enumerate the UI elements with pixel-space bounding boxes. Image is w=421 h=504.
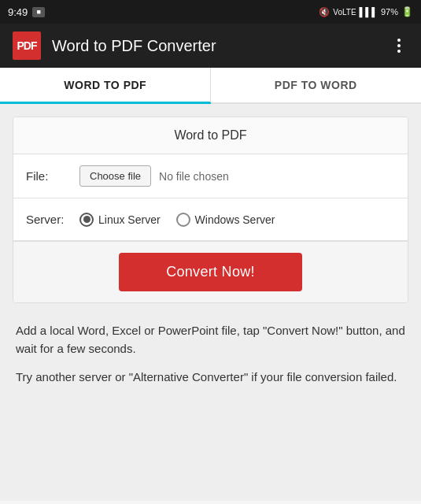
file-label: File: xyxy=(26,169,79,183)
notification-icon: ■ xyxy=(32,7,45,17)
choose-file-button[interactable]: Choose file xyxy=(79,165,151,187)
linux-server-option[interactable]: Linux Server xyxy=(79,213,161,227)
server-label: Server: xyxy=(26,213,79,226)
description-section: Add a local Word, Excel or PowerPoint fi… xyxy=(13,319,408,390)
tab-bar: WORD TO PDF PDF TO WORD xyxy=(0,68,421,104)
app-logo: PDF xyxy=(13,32,41,60)
tab-pdf-to-word[interactable]: PDF TO WORD xyxy=(211,68,422,102)
windows-server-option[interactable]: Windows Server xyxy=(176,213,275,227)
mute-icon: 🔇 xyxy=(319,7,330,17)
server-options: Linux Server Windows Server xyxy=(79,213,395,227)
app-bar: PDF Word to PDF Converter xyxy=(0,24,421,68)
more-dot-1 xyxy=(397,39,401,42)
server-row: Server: Linux Server Windows Server xyxy=(13,198,408,241)
battery-icon: 🔋 xyxy=(401,6,413,17)
more-dot-2 xyxy=(397,44,401,47)
main-content: Word to PDF File: Choose file No file ch… xyxy=(0,104,421,501)
status-bar: 9:49 ■ 🔇 VoLTE ▌▌▌ 97% 🔋 xyxy=(0,0,421,24)
more-dot-3 xyxy=(397,50,401,53)
tab-active-indicator xyxy=(0,102,211,104)
server-radio-group: Linux Server Windows Server xyxy=(79,213,275,227)
convert-button-row: Convert Now! xyxy=(13,241,408,302)
windows-radio-button[interactable] xyxy=(176,213,190,227)
no-file-text: No file chosen xyxy=(159,170,229,183)
form-card-title: Word to PDF xyxy=(13,117,408,154)
file-input-area: Choose file No file chosen xyxy=(79,165,395,187)
form-card: Word to PDF File: Choose file No file ch… xyxy=(13,117,408,303)
linux-radio-inner xyxy=(83,216,90,223)
linux-server-label: Linux Server xyxy=(98,213,161,226)
signal-text: VoLTE xyxy=(333,8,356,17)
convert-now-button[interactable]: Convert Now! xyxy=(119,253,302,291)
app-title: Word to PDF Converter xyxy=(52,37,379,55)
tab-word-to-pdf[interactable]: WORD TO PDF xyxy=(0,68,211,102)
more-options-button[interactable] xyxy=(390,36,408,55)
linux-radio-button[interactable] xyxy=(79,213,94,227)
description-para-1: Add a local Word, Excel or PowerPoint fi… xyxy=(16,322,405,358)
windows-server-label: Windows Server xyxy=(195,213,275,226)
status-time: 9:49 xyxy=(8,6,28,18)
description-para-2: Try another server or "Alternative Conve… xyxy=(16,369,405,387)
status-right: 🔇 VoLTE ▌▌▌ 97% 🔋 xyxy=(319,6,413,17)
file-row: File: Choose file No file chosen xyxy=(13,154,408,198)
status-left: 9:49 ■ xyxy=(8,6,45,18)
battery-level: 97% xyxy=(381,7,398,17)
signal-bars-icon: ▌▌▌ xyxy=(360,7,378,17)
